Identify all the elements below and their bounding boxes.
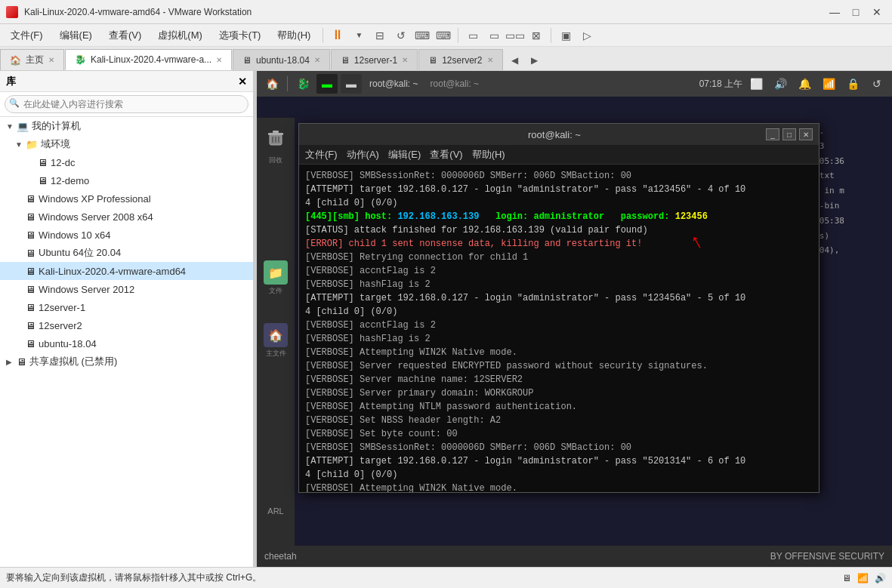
app-icon xyxy=(6,6,18,18)
tree-item-domain[interactable]: ▼ 📁 域环境 xyxy=(0,135,253,153)
server2-icon: 🖥 xyxy=(428,55,437,66)
kali-tab-icon: 🐉 xyxy=(75,54,86,65)
home-icon-left[interactable]: 🏠 xyxy=(264,323,288,347)
speaker-icon[interactable]: 🔊 xyxy=(770,74,791,94)
vm-kali-icon[interactable]: 🐉 xyxy=(292,74,313,94)
menu-help[interactable]: 帮助(H) xyxy=(270,26,318,45)
bell-icon[interactable]: 🔔 xyxy=(794,74,815,94)
tabs-row: 🏠 主页 ✕ 🐉 Kali-Linux-2020.4-vmware-a... ✕… xyxy=(0,47,892,71)
tree-item-2008[interactable]: 🖥 Windows Server 2008 x64 xyxy=(0,208,253,226)
svg-rect-2 xyxy=(273,131,279,133)
tab-12server2[interactable]: 🖥 12server2 ✕ xyxy=(418,49,502,70)
tab-kali-close[interactable]: ✕ xyxy=(216,56,222,64)
term-line-21: [ATTEMPT] target 192.168.0.127 - login "… xyxy=(305,454,813,468)
tree-item-2012[interactable]: 🖥 Windows Server 2012 xyxy=(0,280,253,298)
tree-label-ubuntu20: Ubuntu 64位 20.04 xyxy=(39,246,121,260)
tree-item-12server1[interactable]: 🖥 12server-1 xyxy=(0,298,253,316)
term-line-10: 4 [child 0] (0/0) xyxy=(305,305,813,319)
extra-icon[interactable]: ▷ xyxy=(577,26,597,45)
pause-icon[interactable]: ⏸ xyxy=(328,26,347,45)
multimon-icon[interactable]: ▭▭ xyxy=(505,26,525,45)
term-line-12: [VERBOSE] hashFlag is 2 xyxy=(305,332,813,346)
separator2 xyxy=(458,28,458,43)
separator xyxy=(323,28,323,43)
tree-item-12dc[interactable]: 🖥 12-dc xyxy=(0,153,253,171)
status-message: 要将输入定向到该虚拟机，请将鼠标指针移入其中或按 Ctrl+G。 xyxy=(6,571,261,584)
terminal-menu-action[interactable]: 动作(A) xyxy=(347,148,379,162)
tab-scroll-left[interactable]: ◀ xyxy=(505,51,525,70)
tab-scroll-right[interactable]: ▶ xyxy=(525,51,545,70)
tab-ubuntu[interactable]: 🖥 ubuntu-18.04 ✕ xyxy=(233,49,330,70)
terminal-menu-file[interactable]: 文件(F) xyxy=(305,148,338,162)
lock-icon[interactable]: 🔒 xyxy=(842,74,863,94)
vm-home-icon[interactable]: 🏠 xyxy=(261,74,282,94)
stretch-icon[interactable]: ⊠ xyxy=(526,26,546,45)
close-button[interactable]: ✕ xyxy=(868,4,886,20)
tab-12server2-close[interactable]: ✕ xyxy=(487,56,493,64)
vm-term-icon1[interactable]: ▬ xyxy=(316,74,338,94)
toolbar-dropdown[interactable]: ▼ xyxy=(349,26,369,45)
tab-12server1-close[interactable]: ✕ xyxy=(402,56,408,64)
maximize-button[interactable]: □ xyxy=(847,4,865,20)
terminal-menu-view[interactable]: 查看(V) xyxy=(430,148,462,162)
tab-home[interactable]: 🏠 主页 ✕ xyxy=(0,49,64,70)
tree-item-kali[interactable]: 🖥 Kali-Linux-2020.4-vmware-amd64 xyxy=(0,262,253,280)
snapshot-icon[interactable]: ⊟ xyxy=(370,26,390,45)
tree-item-win10[interactable]: 🖥 Windows 10 x64 xyxy=(0,226,253,244)
menu-bar: 文件(F) 编辑(E) 查看(V) 虚拟机(M) 选项卡(T) 帮助(H) ⏸ … xyxy=(0,24,892,47)
tree-item-12demo[interactable]: 🖥 12-demo xyxy=(0,171,253,189)
send-icon2[interactable]: ⌨ xyxy=(434,26,453,45)
term-line-5: [ERROR] child 1 sent nonsense data, kill… xyxy=(305,237,813,251)
menu-file[interactable]: 文件(F) xyxy=(3,26,51,45)
vm-term-icon2[interactable]: ▬ xyxy=(341,74,362,94)
menu-edit[interactable]: 编辑(E) xyxy=(52,26,100,45)
send-ctrl-alt-del-icon[interactable]: ⌨ xyxy=(412,26,432,45)
sidebar-close-icon[interactable]: ✕ xyxy=(238,75,247,88)
term-line-2: 4 [child 0] (0/0) xyxy=(305,196,813,210)
terminal-window[interactable]: root@kali: ~ _ □ ✕ 文件(F) 动作(A) 编辑(E) 查看(… xyxy=(298,123,819,493)
terminal-maximize[interactable]: □ xyxy=(782,128,796,140)
status-icon1: 🖥 xyxy=(842,573,851,583)
tab-home-close[interactable]: ✕ xyxy=(48,56,54,64)
network-icon[interactable]: 📶 xyxy=(818,74,839,94)
tree-item-ubuntu18[interactable]: 🖥 ubuntu-18.04 xyxy=(0,334,253,352)
tab-kali[interactable]: 🐉 Kali-Linux-2020.4-vmware-a... ✕ xyxy=(65,49,232,70)
tab-ubuntu-close[interactable]: ✕ xyxy=(314,56,320,64)
tree-item-ubuntu20[interactable]: 🖥 Ubuntu 64位 20.04 xyxy=(0,244,253,262)
term-line-18: [VERBOSE] Set NBSS header length: A2 xyxy=(305,414,813,427)
files-label: 文件 xyxy=(264,286,288,296)
refresh-icon[interactable]: ↺ xyxy=(866,74,887,94)
tree-item-xp[interactable]: 🖥 Windows XP Professional xyxy=(0,189,253,208)
tree-item-shared[interactable]: ▶ 🖥 共享虚拟机 (已禁用) xyxy=(0,352,253,371)
power-icon[interactable]: ↺ xyxy=(391,26,411,45)
search-input[interactable] xyxy=(5,95,248,113)
ubuntu-icon: 🖥 xyxy=(242,55,252,66)
tree-label-2012: Windows Server 2012 xyxy=(39,284,134,295)
terminal-close[interactable]: ✕ xyxy=(799,128,813,140)
fullscreen-icon[interactable]: ▭ xyxy=(484,26,504,45)
terminal-menu-help[interactable]: 帮助(H) xyxy=(472,148,505,162)
menu-view[interactable]: 查看(V) xyxy=(101,26,149,45)
recycle-bin-icon[interactable] xyxy=(262,124,289,151)
term-line-0: [VERBOSE] SMBSessionRet: 0000006D SMBerr… xyxy=(305,169,813,183)
menu-vm[interactable]: 虚拟机(M) xyxy=(150,26,210,45)
minimize-button[interactable]: — xyxy=(826,4,844,20)
term-line-15: [VERBOSE] Server machine name: 12SERVER2 xyxy=(305,373,813,386)
title-bar: Kali-Linux-2020.4-vmware-amd64 - VMware … xyxy=(0,0,892,24)
home-section: 🏠 主文件 xyxy=(264,323,288,359)
tree-item-mycomputer[interactable]: ▼ 💻 我的计算机 xyxy=(0,117,253,135)
terminal-minimize[interactable]: _ xyxy=(766,128,779,140)
window-icon[interactable]: ▭ xyxy=(463,26,483,45)
tab-12server1[interactable]: 🖥 12server-1 ✕ xyxy=(331,49,418,70)
kali-bottom-label: cheetah xyxy=(264,551,297,562)
menu-tab[interactable]: 选项卡(T) xyxy=(211,26,269,45)
kali-desktop[interactable]: 回收 📁 文件 🏠 主文件 ARL root@kali: ~ xyxy=(257,97,892,567)
folder-icon-left[interactable]: 📁 xyxy=(264,260,288,285)
tree-item-12server2[interactable]: 🖥 12server2 xyxy=(0,316,253,334)
screen-icon[interactable]: ⬜ xyxy=(745,74,767,94)
console-icon[interactable]: ▣ xyxy=(556,26,576,45)
home-icon: 🏠 xyxy=(10,55,21,66)
tree-arrow-shared: ▶ xyxy=(6,358,14,366)
terminal-menu-edit[interactable]: 编辑(E) xyxy=(388,148,421,162)
vm-icon-12demo: 🖥 xyxy=(38,175,48,186)
